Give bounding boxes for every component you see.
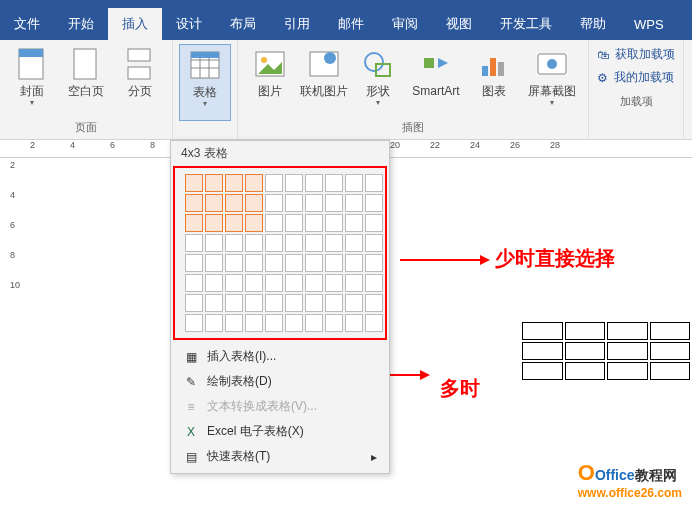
pictures-button[interactable]: 图片 [244,44,296,118]
grid-cell[interactable] [305,194,323,212]
cover-page-button[interactable]: 封面 ▾ [6,44,58,118]
tab-home[interactable]: 开始 [54,8,108,40]
grid-cell[interactable] [245,194,263,212]
tab-view[interactable]: 视图 [432,8,486,40]
grid-cell[interactable] [365,294,383,312]
quick-tables-item[interactable]: ▤快速表格(T)▸ [171,444,389,469]
my-addins-button[interactable]: ⚙我的加载项 [597,69,675,86]
grid-cell[interactable] [325,174,343,192]
grid-cell[interactable] [245,254,263,272]
grid-cell[interactable] [205,234,223,252]
page-break-button[interactable]: 分页 [114,44,166,118]
grid-cell[interactable] [185,274,203,292]
online-pictures-button[interactable]: 联机图片 [298,44,350,118]
grid-cell[interactable] [305,294,323,312]
grid-cell[interactable] [265,274,283,292]
table-grid-picker[interactable] [173,166,387,340]
grid-cell[interactable] [185,214,203,232]
grid-cell[interactable] [365,254,383,272]
tab-design[interactable]: 设计 [162,8,216,40]
grid-cell[interactable] [265,234,283,252]
grid-cell[interactable] [305,274,323,292]
grid-cell[interactable] [225,194,243,212]
grid-cell[interactable] [245,274,263,292]
grid-cell[interactable] [245,294,263,312]
grid-cell[interactable] [205,174,223,192]
grid-cell[interactable] [205,294,223,312]
grid-cell[interactable] [265,194,283,212]
smartart-button[interactable]: SmartArt [406,44,466,118]
grid-cell[interactable] [345,254,363,272]
grid-cell[interactable] [225,174,243,192]
grid-cell[interactable] [205,214,223,232]
excel-spreadsheet-item[interactable]: XExcel 电子表格(X) [171,419,389,444]
grid-cell[interactable] [245,214,263,232]
grid-cell[interactable] [205,274,223,292]
tab-insert[interactable]: 插入 [108,8,162,40]
blank-page-button[interactable]: 空白页 [60,44,112,118]
tab-help[interactable]: 帮助 [566,8,620,40]
grid-cell[interactable] [345,294,363,312]
grid-cell[interactable] [225,254,243,272]
grid-cell[interactable] [245,314,263,332]
grid-cell[interactable] [205,314,223,332]
grid-cell[interactable] [325,294,343,312]
grid-cell[interactable] [185,194,203,212]
get-addins-button[interactable]: 🛍获取加载项 [597,46,675,63]
tab-mailings[interactable]: 邮件 [324,8,378,40]
grid-cell[interactable] [325,234,343,252]
grid-cell[interactable] [265,314,283,332]
grid-cell[interactable] [225,214,243,232]
tab-file[interactable]: 文件 [0,8,54,40]
grid-cell[interactable] [185,314,203,332]
grid-cell[interactable] [285,274,303,292]
grid-cell[interactable] [245,234,263,252]
grid-cell[interactable] [225,314,243,332]
grid-cell[interactable] [285,214,303,232]
grid-cell[interactable] [345,314,363,332]
grid-cell[interactable] [305,214,323,232]
tab-wps[interactable]: WPS [620,8,678,40]
grid-cell[interactable] [285,294,303,312]
grid-cell[interactable] [345,234,363,252]
tab-review[interactable]: 审阅 [378,8,432,40]
grid-cell[interactable] [305,314,323,332]
grid-cell[interactable] [285,194,303,212]
grid-cell[interactable] [365,194,383,212]
grid-cell[interactable] [325,314,343,332]
grid-cell[interactable] [325,254,343,272]
grid-cell[interactable] [185,254,203,272]
grid-cell[interactable] [205,194,223,212]
grid-cell[interactable] [265,254,283,272]
grid-cell[interactable] [365,234,383,252]
grid-cell[interactable] [225,274,243,292]
grid-cell[interactable] [365,214,383,232]
grid-cell[interactable] [225,294,243,312]
grid-cell[interactable] [345,194,363,212]
grid-cell[interactable] [305,174,323,192]
shapes-button[interactable]: 形状 ▾ [352,44,404,118]
grid-cell[interactable] [305,234,323,252]
grid-cell[interactable] [285,174,303,192]
grid-cell[interactable] [285,254,303,272]
grid-cell[interactable] [305,254,323,272]
tab-developer[interactable]: 开发工具 [486,8,566,40]
grid-cell[interactable] [245,174,263,192]
screenshot-button[interactable]: 屏幕截图 ▾ [522,44,582,118]
grid-cell[interactable] [325,274,343,292]
grid-cell[interactable] [265,174,283,192]
grid-cell[interactable] [265,214,283,232]
draw-table-item[interactable]: ✎绘制表格(D) [171,369,389,394]
grid-cell[interactable] [365,314,383,332]
tab-references[interactable]: 引用 [270,8,324,40]
grid-cell[interactable] [345,274,363,292]
grid-cell[interactable] [285,314,303,332]
grid-cell[interactable] [365,174,383,192]
table-button[interactable]: 表格 ▾ [179,44,231,121]
grid-cell[interactable] [205,254,223,272]
chart-button[interactable]: 图表 [468,44,520,118]
grid-cell[interactable] [225,234,243,252]
grid-cell[interactable] [345,174,363,192]
grid-cell[interactable] [285,234,303,252]
grid-cell[interactable] [325,194,343,212]
